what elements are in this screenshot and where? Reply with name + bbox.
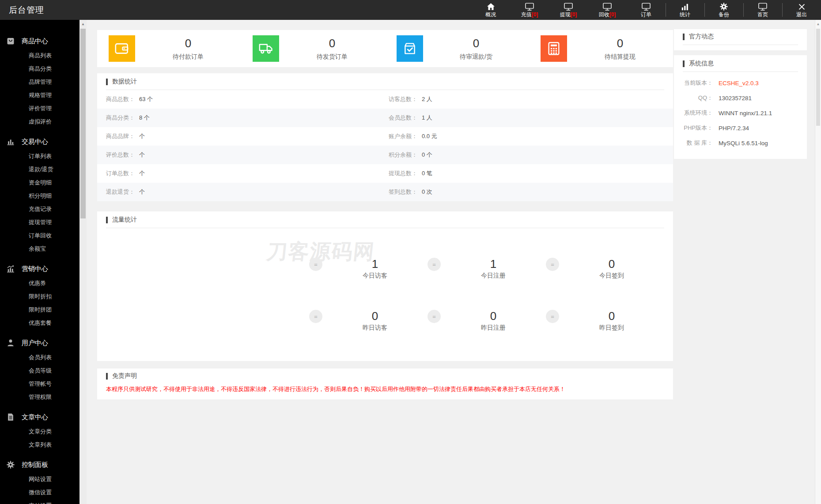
sidebar-item-review-manage[interactable]: 评价管理 [0,102,79,115]
chart-bars-icon [6,137,15,146]
sidebar-item-goods-category[interactable]: 商品分类 [0,62,79,75]
sidebar-item-article-list[interactable]: 文章列表 [0,438,79,451]
sidebar-item-refund-return[interactable]: 退款/退货 [0,163,79,176]
stat-label: 待付款订单 [135,53,241,61]
nav-badge: [0] [571,12,577,18]
list-item: 当前版本： ECSHE_v2.0.3 [674,75,807,90]
sidebar-item-combo-deal[interactable]: 优惠套餐 [0,316,79,330]
sidebar-section-control-header[interactable]: 控制面板 [0,457,79,473]
header-bar [106,217,108,223]
sidebar-item-article-category[interactable]: 文章分类 [0,425,79,438]
sidebar-section-marketing-header[interactable]: 营销中心 [0,261,79,277]
bar-chart-icon [681,3,689,11]
sidebar-item-order-list[interactable]: 订单列表 [0,150,79,163]
traffic-group: = 0昨日注册 [428,309,546,332]
image-placeholder-icon: = [546,310,559,323]
nav-overview[interactable]: 概况 [471,0,510,20]
nav-stats[interactable]: 统计 [666,0,704,20]
stat-card-pending-settlement[interactable]: 0 待结算提现 [529,30,673,67]
sidebar-scrollbar-thumb[interactable] [80,29,86,218]
sidebar-item-fund-detail[interactable]: 资金明细 [0,176,79,189]
sidebar-item-member-level[interactable]: 会员等级 [0,364,79,377]
sidebar-item-wechat-settings[interactable]: 微信设置 [0,486,79,499]
version-link[interactable]: ECSHE_v2.0.3 [719,80,759,87]
nav-recycle[interactable]: 回收[0] [588,0,627,20]
sidebar-section-goods-header[interactable]: 商品中心 [0,33,79,49]
sidebar-section-trade-header[interactable]: 交易中心 [0,134,79,150]
stat-value: 0 [279,37,385,50]
sidebar-item-recharge-record[interactable]: 充值记录 [0,203,79,216]
stat-value: 0 [567,37,673,50]
sidebar-section-trade: 交易中心 订单列表 退款/退货 资金明细 积分明细 充值记录 提现管理 订单回收… [0,134,79,256]
list-item: PHP版本： PHP/7.2.34 [674,120,807,135]
calculator-icon [541,35,567,62]
sidebar-item-withdraw-manage[interactable]: 提现管理 [0,216,79,229]
nav-recharge[interactable]: 充值[0] [510,0,549,20]
page-scrollbar-thumb[interactable] [816,29,820,126]
scroll-up-arrow-icon[interactable]: ▲ [815,22,821,26]
topbar-nav: 概况 充值[0] 提现[0] 回收[0] 订单 [471,0,821,20]
app-title: 后台管理 [9,0,44,20]
list-item: QQ： 1302357281 [674,90,807,105]
header-bar [683,34,685,40]
sidebar-item-admin-permission[interactable]: 管理权限 [0,391,79,404]
section-title: 流量统计 [112,216,137,224]
scroll-up-arrow-icon[interactable]: ▲ [79,22,87,26]
sidebar-item-yuebao[interactable]: 余额宝 [0,242,79,256]
sidebar-item-site-settings[interactable]: 网站设置 [0,473,79,486]
table-row: 商品总数：63 个 访客总数：2 人 [97,90,673,109]
sidebar-item-admin-account[interactable]: 管理帐号 [0,377,79,391]
official-news-card: 官方动态 [674,29,807,50]
nav-badge: [0] [532,12,538,18]
sidebar-item-flash-discount[interactable]: 限时折扣 [0,290,79,303]
table-row: 商品分类：8 个 会员总数：1 人 [97,109,673,127]
monitor-icon [564,3,573,11]
traffic-group: = 0昨日访客 [309,309,428,332]
data-stats-card: 数据统计 商品总数：63 个 访客总数：2 人 商品分类：8 个 会员总数：1 … [97,73,673,201]
system-info-card: 系统信息 当前版本： ECSHE_v2.0.3 QQ： 1302357281 系… [674,55,807,159]
monitor-icon [641,3,651,11]
bag-icon [6,37,15,45]
traffic-value: 0 [322,309,428,323]
sidebar-section-user: 用户中心 会员列表 会员等级 管理帐号 管理权限 [0,335,79,404]
close-icon [798,3,806,11]
header-bar [683,60,685,67]
stat-card-pending-payment[interactable]: 0 待付款订单 [97,30,241,67]
traffic-label: 昨日访客 [322,324,428,332]
sidebar-item-group-buy[interactable]: 限时拼团 [0,303,79,316]
table-row: 商品品牌：个 账户余额：0.0 元 [97,127,673,146]
divider [683,71,798,72]
table-row: 订单总数：个 提现总数：0 笔 [97,164,673,183]
sidebar-section-article-header[interactable]: 文章中心 [0,409,79,425]
sidebar-item-virtual-review[interactable]: 虚拟评价 [0,115,79,128]
nav-backup[interactable]: 备份 [704,0,743,20]
stat-label: 待审退款/货 [423,53,529,61]
traffic-label: 今日访客 [322,272,428,280]
section-title: 数据统计 [112,78,137,86]
section-header: 数据统计 [97,73,673,86]
nav-logout[interactable]: 退出 [782,0,821,20]
sidebar-item-coupon[interactable]: 优惠券 [0,277,79,290]
sidebar-section-user-header[interactable]: 用户中心 [0,335,79,351]
traffic-group: = 1今日注册 [428,257,546,280]
sidebar-item-goods-list[interactable]: 商品列表 [0,49,79,62]
traffic-group: = 1今日访客 [309,257,428,280]
nav-orders[interactable]: 订单 [627,0,666,20]
nav-withdraw[interactable]: 提现[0] [549,0,588,20]
section-title: 免责声明 [112,372,137,380]
monitor-icon [602,3,612,11]
sidebar-scrollbar: ▲ [79,20,87,504]
sidebar-item-points-detail[interactable]: 积分明细 [0,189,79,203]
stat-card-pending-refund[interactable]: 0 待审退款/货 [385,30,529,67]
traffic-value: 0 [441,309,546,323]
sidebar-item-payment-settings[interactable]: 支付设置 [0,499,79,504]
stat-card-pending-shipment[interactable]: 0 待发货订单 [241,30,385,67]
wallet-icon [109,35,135,62]
sidebar-item-member-list[interactable]: 会员列表 [0,351,79,364]
sidebar-item-order-recycle[interactable]: 订单回收 [0,229,79,242]
traffic-label: 昨日注册 [441,324,546,332]
nav-frontend-home[interactable]: 首页 [743,0,782,20]
image-placeholder-icon: = [428,310,441,323]
sidebar-item-brand-manage[interactable]: 品牌管理 [0,75,79,89]
sidebar-item-spec-manage[interactable]: 规格管理 [0,89,79,102]
